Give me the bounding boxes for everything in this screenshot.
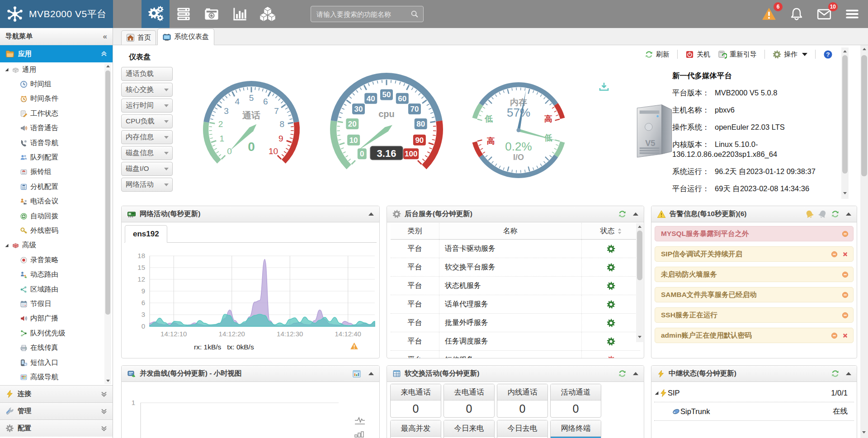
service-row[interactable]: 平台 软交换平台服务 — [391, 258, 640, 277]
tab-ens192[interactable]: ens192 — [125, 225, 167, 243]
dismiss-alert-icon[interactable] — [831, 251, 838, 258]
sidebar-tree-item[interactable]: 在线传真 — [0, 340, 113, 355]
dismiss-alert-icon[interactable] — [842, 271, 849, 278]
stat-tile[interactable]: 最高并发 — [390, 420, 441, 438]
refresh-icon[interactable] — [831, 369, 840, 378]
stat-tile[interactable]: 网络终端 — [550, 420, 601, 438]
chevron-double-down-icon[interactable] — [101, 425, 107, 432]
tab-system-dashboard[interactable]: 系统仪表盘 — [157, 28, 214, 45]
sidebar-tree-item[interactable]: 内部广播 — [0, 311, 113, 326]
sidebar-tree-item[interactable]: 区域路由 — [0, 282, 113, 297]
tree-expander-icon[interactable] — [5, 243, 9, 248]
sidebar-tree-item[interactable]: 语音通告 — [0, 121, 113, 136]
stat-tile[interactable]: 活动通道 0 — [550, 384, 601, 418]
refresh-icon[interactable] — [831, 210, 840, 218]
dismiss-alert-icon[interactable] — [842, 231, 849, 237]
refresh-button[interactable]: 刷新 — [645, 50, 670, 59]
dashboard-scrollbar[interactable] — [841, 47, 849, 199]
sidebar-tree-item[interactable]: 队列优先级 — [0, 326, 113, 340]
service-row[interactable]: 平台 状态机服务 — [391, 277, 640, 295]
sidebar-tree-item[interactable]: 振铃组 — [0, 165, 113, 179]
alert-item[interactable]: MYSQL服务暴露到平台之外 — [655, 226, 854, 241]
sidebar-tree-item[interactable]: 节假日 — [0, 297, 113, 311]
dismiss-alert-icon[interactable] — [831, 332, 838, 339]
sidebar-collapse-button[interactable]: « — [103, 32, 107, 41]
alert-item[interactable]: SIP信令调试开关持续开启 — [655, 246, 854, 262]
search-input[interactable] — [311, 10, 410, 18]
stat-tile[interactable]: 今日去电 — [497, 420, 548, 438]
alert-item[interactable]: SAMBA文件共享服务已经启动 — [655, 287, 854, 302]
scrollbar-thumb[interactable] — [105, 71, 110, 315]
sidebar-section-apps[interactable]: 应用 — [0, 45, 113, 62]
chevron-double-down-icon[interactable] — [101, 408, 107, 414]
sidebar-tree-item[interactable]: 高级导航 — [0, 370, 113, 384]
sidebar-section[interactable]: 配置 — [0, 419, 113, 437]
alert-item[interactable]: admin账户正在使用默认密码 — [655, 328, 854, 343]
chevron-double-down-icon[interactable] — [101, 391, 107, 397]
warning-triangle-icon[interactable] — [350, 342, 359, 350]
sidebar-tree-item[interactable]: 短信入口 — [0, 355, 113, 370]
sidebar-section[interactable]: 连接 — [0, 385, 113, 402]
service-row[interactable]: 平台 任务调度服务 — [391, 332, 640, 351]
stat-tile[interactable]: 去电通话 0 — [443, 384, 495, 418]
sidebar-tree-item[interactable]: 分机配置 — [0, 179, 113, 194]
service-row[interactable]: 平台 话单代理服务 — [391, 295, 640, 314]
stat-tile[interactable]: 来电通话 0 — [390, 384, 441, 418]
page-scrollbar[interactable] — [860, 45, 868, 438]
gauge-menu-item[interactable]: 磁盘I/O — [121, 162, 173, 176]
sidebar-tree-item[interactable]: 队列配置 — [0, 150, 113, 165]
trunk-row[interactable]: SipTrunk 在线 — [654, 402, 854, 421]
service-status-gear-icon[interactable] — [607, 319, 615, 327]
sidebar-tree-item[interactable]: 通用 — [0, 62, 113, 77]
trunk-row[interactable]: SIP 1/0/1 — [654, 384, 854, 402]
service-row[interactable]: 平台 批量外呼服务 — [391, 314, 640, 332]
scrollbar-thumb[interactable] — [861, 55, 867, 176]
panel-collapse-button[interactable] — [633, 212, 638, 216]
close-alert-icon[interactable] — [842, 332, 849, 339]
shutdown-button[interactable]: 关机 — [685, 50, 710, 59]
service-row[interactable]: 平台 短信服务 — [391, 351, 640, 358]
gauge-menu-item[interactable]: CPU负载 — [121, 114, 173, 128]
panel-collapse-button[interactable] — [846, 372, 851, 375]
stat-tile[interactable]: 今日来电 — [443, 420, 495, 438]
tree-expander-icon[interactable] — [5, 67, 9, 72]
search-icon[interactable] — [410, 10, 419, 18]
tree-expander-icon[interactable] — [654, 391, 659, 396]
service-status-gear-icon[interactable] — [607, 300, 615, 309]
actions-dropdown-button[interactable]: 操作 — [773, 50, 807, 59]
gauge-menu-item[interactable]: 网络活动 — [121, 178, 173, 192]
column-header-category[interactable]: 类别 — [391, 223, 439, 239]
gauge-menu-item[interactable]: 内存信息 — [121, 130, 173, 144]
close-alert-icon[interactable] — [842, 251, 849, 258]
scrollbar-thumb[interactable] — [842, 55, 848, 174]
scrollbar-thumb[interactable] — [637, 231, 642, 280]
stat-tile[interactable]: 内线通话 0 — [497, 384, 548, 418]
menu-reports-button[interactable] — [226, 0, 254, 28]
service-status-gear-icon[interactable] — [607, 356, 615, 359]
refresh-icon[interactable] — [618, 210, 627, 218]
tab-home[interactable]: 首页 — [121, 30, 156, 45]
bell-gray-icon[interactable] — [816, 208, 829, 221]
sidebar-tree-item[interactable]: 动态路由 — [0, 267, 113, 282]
menu-system-button[interactable] — [170, 0, 198, 28]
help-button[interactable] — [823, 50, 833, 59]
hamburger-menu-button[interactable] — [844, 6, 860, 22]
gauge-menu-item[interactable]: 磁盘信息 — [121, 146, 173, 160]
gauge-menu-item[interactable]: 通话负载 — [121, 67, 173, 81]
sidebar-tree-item[interactable]: 电话会议 — [0, 194, 113, 209]
mute-alert-icon[interactable] — [803, 208, 816, 221]
sidebar-tree-item[interactable]: 高级 — [0, 238, 113, 253]
gauge-menu-item[interactable]: 运行时间 — [121, 99, 173, 113]
refresh-icon[interactable] — [618, 369, 627, 378]
notifications-button[interactable] — [789, 7, 804, 21]
service-status-gear-icon[interactable] — [607, 337, 615, 346]
sidebar-tree-item[interactable]: 时间条件 — [0, 92, 113, 106]
services-scrollbar[interactable] — [636, 223, 643, 342]
menu-apps-button[interactable] — [142, 0, 170, 28]
messages-button[interactable]: 10 — [816, 6, 832, 22]
gauge-menu-item[interactable]: 核心交换 — [121, 83, 173, 97]
alert-item[interactable]: SSH服务正在运行 — [655, 307, 854, 323]
service-status-gear-icon[interactable] — [607, 282, 615, 290]
sidebar-tree-scrollbar[interactable] — [104, 63, 111, 384]
dismiss-alert-icon[interactable] — [842, 292, 849, 298]
